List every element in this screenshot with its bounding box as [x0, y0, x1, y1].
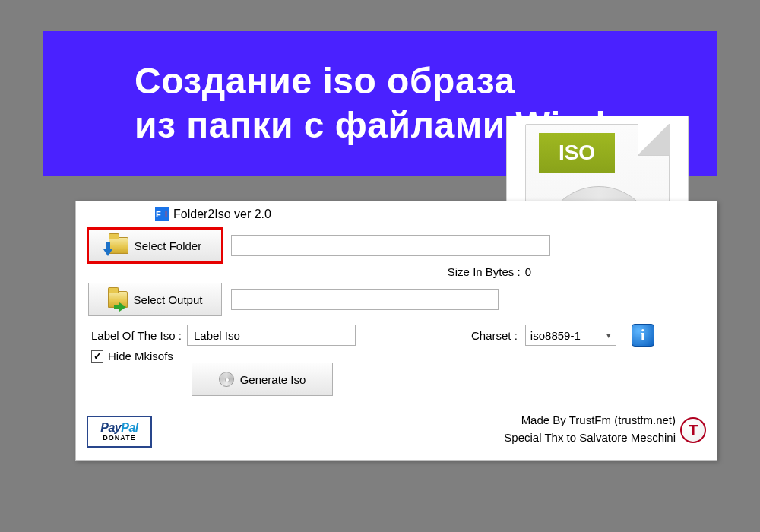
credits-line-2: Special Thx to Salvatore Meschini	[504, 429, 676, 447]
disc-small-icon	[219, 372, 234, 387]
folder-in-icon	[109, 237, 128, 254]
app-icon	[155, 207, 169, 221]
label-of-iso-input[interactable]	[187, 325, 356, 346]
banner-line-1: Создание iso образа	[135, 59, 515, 103]
iso-tag-label: ISO	[539, 133, 615, 173]
select-output-input[interactable]	[231, 289, 499, 310]
select-output-label: Select Output	[134, 293, 203, 306]
info-button[interactable]: i	[632, 324, 654, 347]
folder2iso-window: Folder2Iso ver 2.0 Select Folder Size In…	[75, 201, 717, 461]
credits-block: Made By TrustFm (trustfm.net) Special Th…	[504, 412, 676, 446]
size-value: 0	[525, 265, 531, 278]
credits-line-1: Made By TrustFm (trustfm.net)	[504, 412, 676, 429]
charset-label: Charset :	[471, 329, 518, 342]
paypal-donate-label: DONATE	[103, 434, 135, 442]
paypal-logo: PayPal	[100, 422, 138, 434]
window-title: Folder2Iso ver 2.0	[173, 207, 271, 221]
select-folder-label: Select Folder	[135, 239, 201, 252]
size-label: Size In Bytes :	[448, 265, 521, 278]
generate-iso-label: Generate Iso	[240, 373, 306, 386]
hide-mkisofs-checkbox[interactable]	[91, 350, 103, 363]
select-output-button[interactable]: Select Output	[88, 283, 222, 316]
chevron-down-icon: ▾	[606, 331, 611, 340]
select-folder-button[interactable]: Select Folder	[88, 229, 222, 262]
charset-value: iso8859-1	[530, 329, 581, 342]
paypal-donate-button[interactable]: PayPal DONATE	[87, 416, 152, 448]
trustfm-logo[interactable]: T	[680, 417, 706, 443]
select-folder-input[interactable]	[231, 235, 550, 256]
page-fold-icon	[638, 124, 670, 156]
folder-out-icon	[108, 291, 128, 308]
hide-mkisofs-label: Hide Mkisofs	[108, 350, 173, 363]
label-of-iso-text: Label Of The Iso :	[91, 329, 187, 342]
charset-select[interactable]: iso8859-1 ▾	[525, 325, 616, 346]
generate-iso-button[interactable]: Generate Iso	[192, 363, 333, 396]
